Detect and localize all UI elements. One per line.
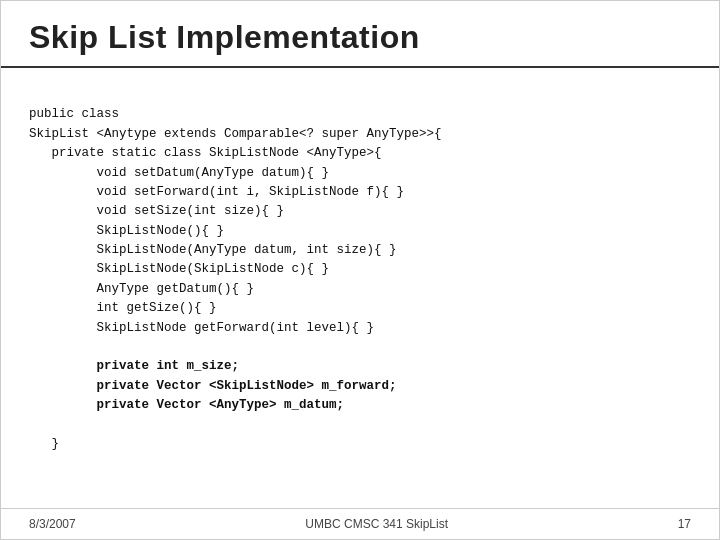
footer-page: 17	[678, 517, 691, 531]
slide: Skip List Implementation public class Sk…	[0, 0, 720, 540]
code-bold-1: private int m_size; private Vector <Skip…	[29, 359, 397, 412]
title-bar: Skip List Implementation	[1, 1, 719, 68]
code-line-1: public class SkipList <Anytype extends C…	[29, 107, 442, 450]
code-block: public class SkipList <Anytype extends C…	[29, 86, 691, 493]
slide-title: Skip List Implementation	[29, 19, 420, 55]
footer-date: 8/3/2007	[29, 517, 76, 531]
footer-title: UMBC CMSC 341 SkipList	[305, 517, 448, 531]
footer: 8/3/2007 UMBC CMSC 341 SkipList 17	[1, 508, 719, 539]
content-area: public class SkipList <Anytype extends C…	[1, 68, 719, 508]
